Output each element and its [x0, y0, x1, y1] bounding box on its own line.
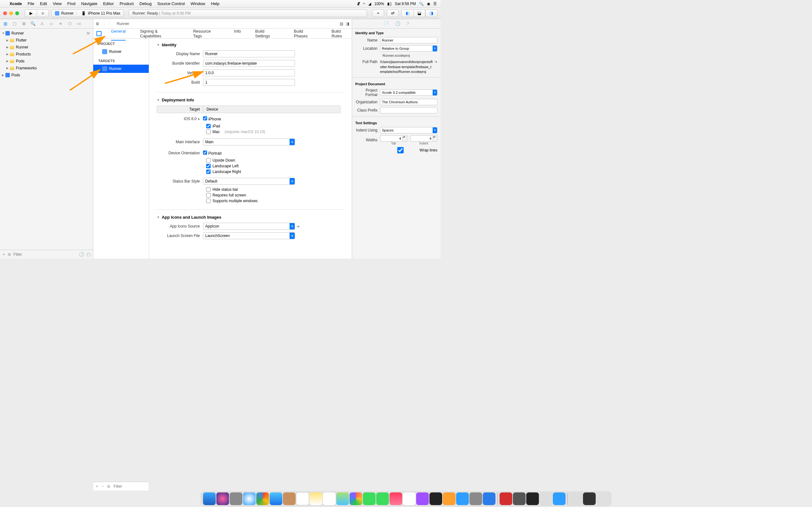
inspector-name-input[interactable] [380, 37, 438, 43]
launch-screen-select[interactable]: LaunchScreen⇅ [203, 232, 295, 239]
menu-debug[interactable]: Debug [140, 1, 152, 6]
bundle-identifier-input[interactable] [203, 60, 295, 67]
reveal-in-finder-icon[interactable]: ➜ [434, 60, 438, 64]
report-navigator-tab[interactable]: ▭ [75, 20, 83, 27]
portrait-checkbox[interactable] [203, 151, 207, 155]
back-button[interactable]: 〈 [101, 21, 105, 26]
menu-find[interactable]: Find [67, 1, 75, 6]
run-button[interactable]: ▶ [25, 9, 37, 17]
tab-width-input[interactable] [380, 135, 403, 142]
indent-using-select[interactable]: Spaces⇅ [380, 127, 438, 133]
menu-navigate[interactable]: Navigate [81, 1, 97, 6]
add-button[interactable]: + [3, 252, 5, 257]
wifi-icon[interactable]: ◢ [368, 2, 371, 6]
vpn-icon[interactable]: Ɇ [357, 2, 360, 6]
build-input[interactable] [203, 79, 295, 86]
upside-down-checkbox[interactable] [206, 158, 211, 163]
history-inspector-tab[interactable]: 🕓 [395, 21, 400, 26]
status-bar-style-select[interactable]: Default⇅ [203, 178, 295, 185]
jump-bar-path[interactable]: Runner [117, 21, 129, 26]
multi-windows-checkbox[interactable] [206, 199, 211, 203]
project-navigator-tab[interactable]: ▥ [2, 20, 9, 27]
recent-filter-icon[interactable]: 🕓 [79, 252, 84, 257]
app-icons-source-select[interactable]: AppIcon⇅ [203, 223, 295, 230]
tree-folder-products[interactable]: ▶Products [0, 51, 93, 58]
ipad-checkbox[interactable] [206, 124, 211, 128]
bluetooth-icon[interactable]: ⌔ [363, 2, 365, 6]
tab-build-rules[interactable]: Build Rules [332, 26, 352, 41]
toggle-navigator-button[interactable]: ◧ [401, 9, 413, 17]
scheme-selector[interactable]: Runner 〉 📱 iPhone 11 Pro Max [51, 9, 124, 17]
menu-edit[interactable]: Edit [40, 1, 47, 6]
wrap-lines-checkbox[interactable] [383, 147, 418, 153]
iphone-checkbox[interactable] [203, 116, 207, 120]
battery-icon[interactable]: ▮▯ [387, 2, 392, 6]
project-format-select[interactable]: Xcode 3.2-compatible⇅ [380, 89, 438, 96]
main-interface-select[interactable]: Main⇅ [203, 138, 295, 146]
menu-editor[interactable]: Editor [103, 1, 114, 6]
test-navigator-tab[interactable]: ◇ [48, 20, 55, 27]
target-runner[interactable]: Runner [93, 65, 149, 73]
close-window-button[interactable] [3, 11, 7, 15]
tab-build-phases[interactable]: Build Phases [294, 26, 317, 41]
mac-checkbox[interactable] [206, 130, 211, 134]
forward-button[interactable]: 〉 [108, 21, 112, 26]
deployment-header[interactable]: Deployment Info [162, 98, 194, 102]
landscape-left-checkbox[interactable] [206, 164, 211, 168]
maximize-window-button[interactable] [15, 11, 19, 15]
requires-full-screen-checkbox[interactable] [206, 193, 211, 198]
project-pods[interactable]: ▶Pods [0, 72, 93, 78]
indent-width-input[interactable] [410, 135, 433, 142]
tree-folder-flutter[interactable]: ▶Flutter [0, 37, 93, 44]
class-prefix-input[interactable] [380, 107, 438, 113]
tree-folder-runner[interactable]: ▶Runner [0, 44, 93, 51]
project-root[interactable]: ▼ Runner M [0, 30, 93, 37]
organization-input[interactable] [380, 99, 438, 105]
menu-source-control[interactable]: Source Control [157, 1, 185, 6]
landscape-right-checkbox[interactable] [206, 170, 211, 174]
minimize-window-button[interactable] [9, 11, 13, 15]
project-item[interactable]: Runner [93, 48, 149, 56]
app-icons-header[interactable]: App Icons and Launch Images [162, 215, 221, 220]
menu-file[interactable]: File [28, 1, 34, 6]
library-button[interactable]: + [372, 9, 384, 17]
tab-build-settings[interactable]: Build Settings [255, 26, 280, 41]
tab-info[interactable]: Info [234, 26, 241, 41]
tree-folder-pods[interactable]: ▶Pods [0, 58, 93, 65]
navigator-filter-input[interactable] [14, 252, 77, 257]
related-items-icon[interactable]: ⊞ [96, 21, 99, 26]
help-inspector-tab[interactable]: ? [407, 21, 409, 26]
siri-icon[interactable]: ◉ [427, 2, 430, 6]
app-menu[interactable]: Xcode [9, 1, 22, 6]
version-input[interactable] [203, 69, 295, 76]
identity-header[interactable]: Identity [162, 43, 176, 47]
breakpoint-navigator-tab[interactable]: ⬠ [66, 20, 73, 27]
tree-folder-frameworks[interactable]: ▶Frameworks [0, 65, 93, 72]
editor-options-icon[interactable]: ▤ [340, 21, 343, 26]
scm-filter-icon[interactable]: ▢ [87, 252, 90, 257]
menu-help[interactable]: Help [211, 1, 219, 6]
menu-window[interactable]: Window [191, 1, 205, 6]
code-review-button[interactable]: ⇄ [387, 9, 399, 17]
clock[interactable]: Sat 9:58 PM [395, 2, 416, 6]
standard-editor-icon[interactable] [96, 31, 101, 36]
find-navigator-tab[interactable]: 🔍 [30, 20, 37, 27]
tab-signing[interactable]: Signing & Capabilities [140, 26, 179, 41]
source-control-navigator-tab[interactable]: ▢ [11, 20, 18, 27]
display-name-input[interactable] [203, 50, 295, 57]
file-inspector-tab[interactable]: 📄 [384, 21, 389, 26]
toggle-inspector-button[interactable]: ◨ [425, 9, 438, 17]
migrate-icons-button[interactable]: ➜ [296, 224, 300, 229]
issue-navigator-tab[interactable]: ⚠ [39, 20, 46, 27]
tab-resource-tags[interactable]: Resource Tags [193, 26, 220, 41]
spotlight-icon[interactable]: 🔍 [419, 2, 424, 6]
hide-status-bar-checkbox[interactable] [206, 187, 211, 192]
menu-product[interactable]: Product [119, 1, 134, 6]
toggle-debug-button[interactable]: ⬓ [413, 9, 425, 17]
menu-view[interactable]: View [53, 1, 61, 6]
adjust-editor-icon[interactable]: ◨ [346, 21, 349, 26]
notifications-icon[interactable]: ☰ [433, 2, 437, 6]
stop-button[interactable]: ■ [37, 9, 49, 17]
tab-general[interactable]: General [111, 26, 125, 41]
location-select[interactable]: Relative to Group⇅ [380, 45, 438, 52]
